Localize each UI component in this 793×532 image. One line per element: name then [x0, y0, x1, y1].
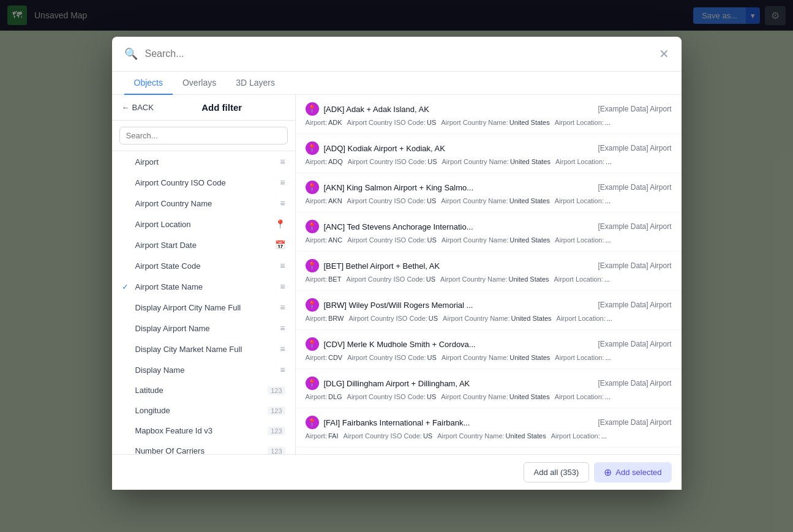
- meta-value: US: [427, 236, 437, 244]
- meta-label: Airport:: [306, 393, 327, 400]
- filter-item-icon: ≡: [280, 178, 285, 187]
- tab-3d-layers[interactable]: 3D Layers: [226, 72, 285, 95]
- filter-item-name: Airport Country Name: [135, 199, 212, 208]
- result-location-icon: 📍: [306, 102, 319, 116]
- filter-item[interactable]: Airport State Code≡: [112, 255, 295, 276]
- filter-item[interactable]: Airport Location📍: [112, 214, 295, 234]
- result-meta: Airport: FAI Airport Country ISO Code: U…: [306, 432, 672, 440]
- filter-item-icon: ≡: [280, 323, 285, 333]
- result-name: [ANC] Ted Stevens Anchorage Internatio..…: [324, 222, 593, 231]
- meta-label: Airport Country ISO Code:: [347, 236, 426, 244]
- filter-item-name: Mapbox Feature Id v3: [135, 426, 212, 435]
- result-name: [FAI] Fairbanks International + Fairbank…: [324, 418, 593, 427]
- result-item[interactable]: 📍[BRW] Wiley Post/Will Rogers Memorial .…: [296, 291, 682, 330]
- result-item[interactable]: 📍[ADQ] Kodiak Airport + Kodiak, AK[Examp…: [296, 134, 682, 173]
- result-meta: Airport: BRW Airport Country ISO Code: U…: [306, 315, 672, 322]
- meta-label: Airport Location:: [555, 197, 604, 204]
- meta-value: US: [427, 197, 436, 204]
- meta-label: Airport:: [306, 119, 327, 126]
- filter-item-name: Longitude: [135, 406, 170, 415]
- meta-label: Airport:: [306, 432, 327, 440]
- filter-search-input[interactable]: [119, 127, 288, 144]
- filter-item[interactable]: Display City Market Name Full≡: [112, 339, 295, 359]
- result-item[interactable]: 📍[CDV] Merle K Mudhole Smith + Cordova..…: [296, 330, 682, 369]
- filter-item[interactable]: Display Airport Name≡: [112, 318, 295, 339]
- plus-circle-icon: ⊕: [604, 466, 612, 478]
- modal-tabs: Objects Overlays 3D Layers: [112, 72, 682, 95]
- result-name: [BRW] Wiley Post/Will Rogers Memorial ..…: [324, 301, 593, 310]
- filter-item-icon: 123: [268, 406, 285, 415]
- meta-value: US: [427, 158, 437, 165]
- filter-item-icon: ≡: [280, 282, 285, 291]
- result-location-icon: 📍: [306, 259, 319, 272]
- filter-item-icon: 123: [268, 386, 285, 395]
- add-filter-modal: 🔍 ✕ Objects Overlays 3D Layers ← BACK Ad…: [112, 37, 682, 490]
- modal-overlay: 🔍 ✕ Objects Overlays 3D Layers ← BACK Ad…: [0, 0, 793, 532]
- filter-item-icon: ≡: [280, 157, 285, 167]
- filter-item[interactable]: Airport Country Name≡: [112, 193, 295, 214]
- filter-item[interactable]: ✓Airport State Name≡: [112, 276, 295, 297]
- meta-value: ...: [606, 158, 611, 165]
- back-button[interactable]: ← BACK: [122, 103, 154, 112]
- modal-search-input[interactable]: [145, 48, 652, 59]
- filter-item[interactable]: Airport≡: [112, 151, 295, 172]
- result-location-icon: 📍: [306, 298, 319, 312]
- meta-value: ...: [605, 393, 611, 400]
- meta-label: Airport Country Name:: [442, 158, 508, 165]
- back-label: BACK: [132, 103, 154, 112]
- result-name: [ADK] Adak + Adak Island, AK: [324, 105, 593, 114]
- filter-item[interactable]: Number Of Carriers123: [112, 441, 295, 454]
- filter-item-name: Airport: [135, 157, 159, 167]
- result-item[interactable]: 📍[AKN] King Salmon Airport + King Salmo.…: [296, 173, 682, 212]
- modal-close-button[interactable]: ✕: [659, 47, 669, 61]
- meta-label: Airport Location:: [554, 275, 603, 283]
- meta-label: Airport Country Name:: [441, 393, 508, 400]
- meta-value: ...: [605, 236, 611, 244]
- tab-overlays[interactable]: Overlays: [173, 72, 226, 95]
- meta-value: AKN: [328, 197, 342, 204]
- filter-item[interactable]: Display Airport City Name Full≡: [112, 297, 295, 318]
- result-item[interactable]: 📍[ANC] Ted Stevens Anchorage Internatio.…: [296, 212, 682, 252]
- filter-panel: ← BACK Add filter Airport≡Airport Countr…: [112, 95, 296, 454]
- filter-item[interactable]: Airport Country ISO Code≡: [112, 172, 295, 193]
- result-tag: [Example Data] Airport: [598, 105, 671, 113]
- result-meta: Airport: ADQ Airport Country ISO Code: U…: [306, 158, 672, 165]
- meta-label: Airport Location:: [555, 158, 604, 165]
- search-icon: 🔍: [124, 47, 138, 61]
- filter-item-icon: ≡: [280, 365, 285, 375]
- filter-item[interactable]: Longitude123: [112, 400, 295, 421]
- result-location-icon: 📍: [306, 181, 319, 194]
- filter-item[interactable]: Latitude123: [112, 380, 295, 400]
- result-item[interactable]: 📍[BET] Bethel Airport + Bethel, AK[Examp…: [296, 252, 682, 291]
- filter-item[interactable]: Airport Start Date📅: [112, 234, 295, 255]
- meta-label: Airport Country ISO Code:: [343, 432, 421, 440]
- filter-item-icon: 📅: [275, 240, 285, 250]
- result-item[interactable]: 📍[ADK] Adak + Adak Island, AK[Example Da…: [296, 95, 682, 134]
- meta-label: Airport Country Name:: [441, 119, 508, 126]
- meta-label: Airport Country Name:: [442, 354, 508, 361]
- add-all-button[interactable]: Add all (353): [524, 462, 590, 482]
- filter-item-icon: ≡: [280, 261, 285, 271]
- result-item[interactable]: 📍[FAI] Fairbanks International + Fairban…: [296, 408, 682, 448]
- result-tag: [Example Data] Airport: [598, 144, 671, 152]
- meta-label: Airport Country ISO Code:: [347, 354, 426, 361]
- meta-value: US: [427, 393, 436, 400]
- filter-item-name: Display Airport City Name Full: [135, 303, 241, 312]
- filter-item-name: Airport Country ISO Code: [135, 178, 226, 187]
- meta-value: US: [427, 119, 436, 126]
- filter-item[interactable]: Mapbox Feature Id v3123: [112, 421, 295, 441]
- result-location-icon: 📍: [306, 337, 319, 351]
- meta-label: Airport Country ISO Code:: [348, 315, 427, 322]
- meta-label: Airport Country Name:: [440, 275, 507, 283]
- meta-value: BRW: [328, 315, 344, 322]
- meta-value: ...: [605, 197, 611, 204]
- meta-value: FAI: [328, 432, 339, 440]
- tab-objects[interactable]: Objects: [124, 72, 173, 95]
- add-selected-button[interactable]: ⊕ Add selected: [594, 462, 671, 482]
- filter-search-box: [112, 121, 295, 151]
- result-item[interactable]: 📍[DLG] Dillingham Airport + Dillingham, …: [296, 369, 682, 408]
- result-meta: Airport: ANC Airport Country ISO Code: U…: [306, 236, 672, 244]
- filter-item-icon: 123: [268, 447, 285, 455]
- meta-value: United States: [510, 158, 551, 165]
- filter-item[interactable]: Display Name≡: [112, 359, 295, 380]
